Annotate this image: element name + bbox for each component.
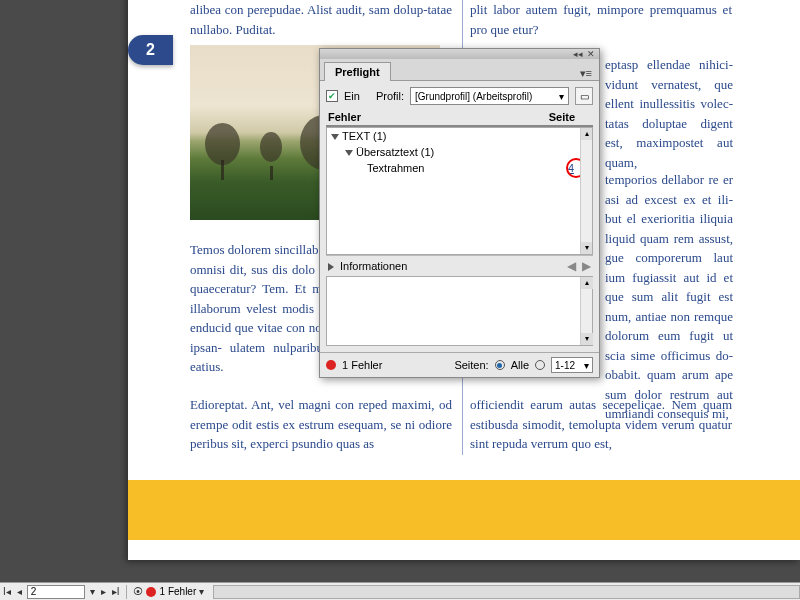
yellow-footer-band: [128, 480, 800, 540]
scroll-down-icon[interactable]: ▾: [581, 242, 593, 254]
preflight-panel: ◂◂ ✕ Preflight ▾≡ ✔ Ein Profil: [Grundpr…: [319, 48, 600, 378]
close-icon[interactable]: ✕: [587, 49, 595, 59]
radio-all-label: Alle: [511, 359, 529, 371]
radio-range-pages[interactable]: [535, 360, 545, 370]
pages-label: Seiten:: [454, 359, 488, 371]
error-count: 1 Fehler: [342, 359, 382, 371]
prev-page-icon[interactable]: ◂: [14, 586, 25, 597]
chevron-down-icon: ▾: [559, 91, 564, 102]
page-dropdown-icon[interactable]: ▾: [87, 586, 98, 597]
page-number-tab: 2: [128, 35, 173, 65]
scroll-down-icon[interactable]: ▾: [581, 333, 593, 345]
scrollbar[interactable]: ▴ ▾: [580, 277, 592, 345]
column-page: Seite: [549, 111, 591, 123]
status-error-count: 1 Fehler: [160, 586, 197, 597]
open-preflight-icon[interactable]: ⦿: [130, 586, 146, 597]
collapse-icon[interactable]: ◂◂: [573, 49, 583, 59]
status-bar: I◂ ◂ 2 ▾ ▸ ▸I ⦿ 1 Fehler ▾: [0, 582, 800, 600]
error-group-text[interactable]: TEXT (1): [327, 128, 592, 144]
panel-menu-icon[interactable]: ▾≡: [577, 67, 595, 80]
panel-tab-strip: Preflight ▾≡: [320, 59, 599, 81]
scroll-up-icon[interactable]: ▴: [581, 277, 593, 289]
next-page-icon[interactable]: ▸: [98, 586, 109, 597]
panel-footer: 1 Fehler Seiten: Alle 1-12▾: [320, 352, 599, 377]
error-list[interactable]: TEXT (1) Übersatztext (1) Textrahmen 4 ▴…: [326, 127, 593, 255]
error-list-header: Fehler Seite: [326, 109, 593, 127]
info-box: ▴ ▾: [326, 276, 593, 346]
tab-preflight[interactable]: Preflight: [324, 62, 391, 81]
column-error: Fehler: [328, 111, 361, 123]
horizontal-scrollbar[interactable]: [213, 585, 800, 599]
body-text: Edioreptat. Ant, vel magni con reped max…: [190, 395, 452, 454]
profile-dropdown[interactable]: [Grundprofil] (Arbeitsprofil) ▾: [410, 87, 569, 105]
disclosure-triangle-icon[interactable]: [328, 263, 334, 271]
scrollbar[interactable]: ▴ ▾: [580, 128, 592, 254]
body-text: alibea con perepudae. Alist audit, sam d…: [190, 0, 452, 39]
profile-label: Profil:: [376, 90, 404, 102]
error-status-icon: [326, 360, 336, 370]
body-text: temporios dellabor re er asi ad excest e…: [605, 170, 733, 424]
scroll-up-icon[interactable]: ▴: [581, 128, 593, 140]
error-group-overset[interactable]: Übersatztext (1): [327, 144, 592, 160]
chevron-down-icon: ▾: [584, 360, 589, 371]
error-item-textframe[interactable]: Textrahmen 4: [327, 160, 592, 176]
profile-embed-icon[interactable]: ▭: [575, 87, 593, 105]
page-number-field[interactable]: 2: [27, 585, 85, 599]
disclosure-triangle-icon[interactable]: [331, 134, 339, 140]
body-text: eptasp ellendae nihici-vidunt vernatest,…: [605, 55, 733, 172]
body-text: plit labor autem fugit, mimpore premquam…: [470, 0, 732, 39]
first-page-icon[interactable]: I◂: [0, 586, 14, 597]
panel-titlebar[interactable]: ◂◂ ✕: [320, 49, 599, 59]
error-status-icon: [146, 587, 156, 597]
enable-checkbox[interactable]: ✔: [326, 90, 338, 102]
profile-value: [Grundprofil] (Arbeitsprofil): [415, 91, 532, 102]
page-range-input[interactable]: 1-12▾: [551, 357, 593, 373]
prev-error-icon[interactable]: ◀: [567, 259, 576, 273]
info-section-header[interactable]: Informationen ◀ ▶: [326, 255, 593, 276]
canvas: 2 alibea con perepudae. Alist audit, sam…: [0, 0, 800, 582]
radio-all-pages[interactable]: [495, 360, 505, 370]
last-page-icon[interactable]: ▸I: [109, 586, 123, 597]
status-dropdown-icon[interactable]: ▾: [196, 586, 207, 597]
next-error-icon[interactable]: ▶: [582, 259, 591, 273]
body-text: officiendit earum autas secepelicae. Nem…: [470, 395, 732, 454]
enable-label: Ein: [344, 90, 360, 102]
disclosure-triangle-icon[interactable]: [345, 150, 353, 156]
